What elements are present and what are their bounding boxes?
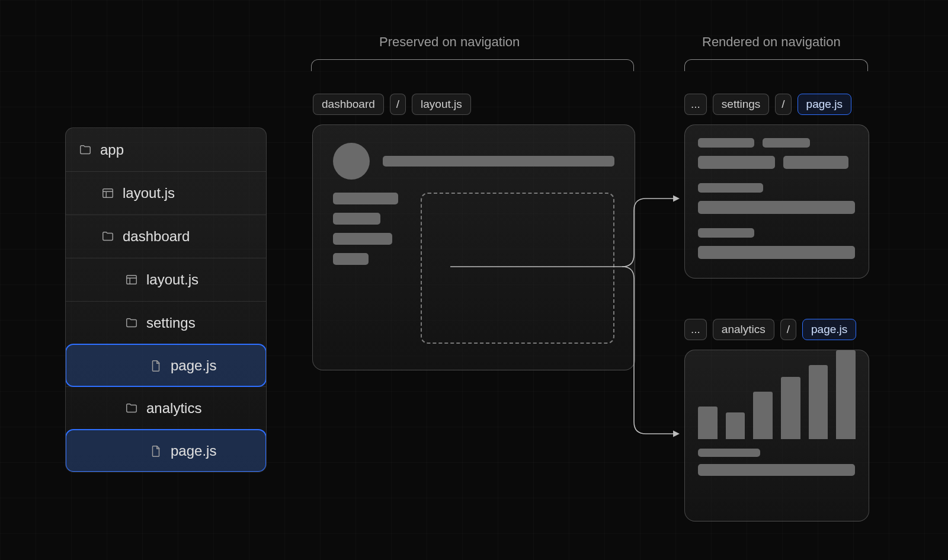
breadcrumb-layout: dashboard / layout.js: [313, 94, 471, 115]
folder-icon: [125, 316, 138, 329]
tree-item-label: layout.js: [146, 271, 198, 288]
layout-panel: [312, 124, 635, 370]
tree-item-label: analytics: [146, 400, 201, 417]
label-preserved: Preserved on navigation: [379, 34, 520, 50]
avatar-placeholder: [333, 143, 370, 180]
chart-bar: [809, 365, 828, 439]
tree-item-analytics: analytics: [66, 386, 266, 430]
crumb-ellipsis: ...: [684, 319, 707, 340]
tree-item-analytics-page: page.js: [65, 429, 267, 472]
chart-bar: [753, 392, 773, 439]
layout-icon: [125, 273, 138, 286]
tree-item-label: page.js: [171, 443, 216, 459]
crumb-segment: layout.js: [412, 94, 471, 115]
chart-bar: [726, 412, 745, 439]
tree-item-layout-dashboard: layout.js: [66, 258, 266, 301]
chart-bar: [781, 377, 800, 439]
settings-page-panel: [684, 124, 869, 279]
tree-item-label: dashboard: [123, 228, 190, 245]
tree-item-label: settings: [146, 315, 196, 331]
bracket-rendered: [684, 59, 868, 71]
title-placeholder: [383, 156, 614, 167]
page-icon: [149, 444, 162, 457]
file-tree: app layout.js dashboard layout.js settin…: [65, 127, 267, 472]
folder-icon: [79, 143, 92, 156]
tree-item-label: app: [100, 142, 124, 158]
svg-rect-1: [127, 276, 137, 284]
crumb-segment: settings: [713, 94, 769, 115]
label-rendered: Rendered on navigation: [702, 34, 841, 50]
tree-item-layout-root: layout.js: [66, 171, 266, 215]
sidebar-placeholder: [333, 193, 404, 344]
crumb-segment-active: page.js: [798, 94, 851, 115]
chart-bar: [698, 407, 718, 439]
chart-bar: [836, 350, 856, 439]
bar-chart-placeholder: [685, 350, 869, 445]
svg-rect-0: [103, 189, 113, 198]
tree-item-settings-page: page.js: [65, 344, 267, 387]
layout-icon: [101, 187, 114, 200]
crumb-separator: /: [390, 94, 406, 115]
crumb-segment: analytics: [713, 319, 774, 340]
crumb-segment-active: page.js: [802, 319, 856, 340]
children-slot: [421, 193, 614, 344]
crumb-segment: dashboard: [313, 94, 384, 115]
tree-item-dashboard: dashboard: [66, 215, 266, 258]
tree-item-app: app: [66, 128, 266, 171]
breadcrumb-analytics: ... analytics / page.js: [684, 319, 856, 340]
tree-item-label: page.js: [171, 357, 216, 374]
folder-icon: [101, 230, 114, 243]
crumb-separator: /: [775, 94, 791, 115]
tree-item-label: layout.js: [123, 185, 175, 201]
page-icon: [149, 359, 162, 372]
analytics-page-panel: [684, 350, 869, 521]
bracket-preserved: [311, 59, 634, 71]
folder-icon: [125, 402, 138, 415]
tree-item-settings: settings: [66, 301, 266, 344]
breadcrumb-settings: ... settings / page.js: [684, 94, 851, 115]
crumb-separator: /: [780, 319, 796, 340]
crumb-ellipsis: ...: [684, 94, 707, 115]
